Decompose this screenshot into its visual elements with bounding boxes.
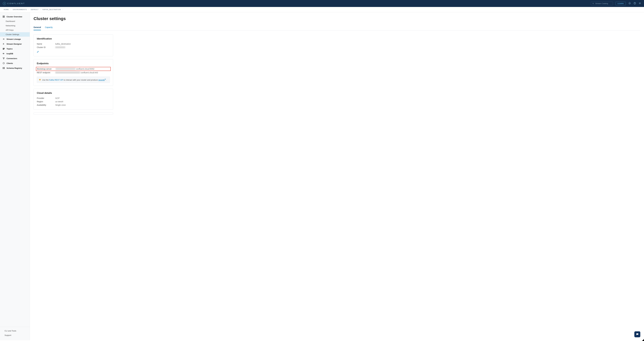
field-label: Region: [37, 100, 55, 103]
card-heading: Endpoints: [37, 62, 110, 65]
sidebar-sub-apikeys[interactable]: API Keys: [0, 28, 30, 32]
field-label: Bootstrap server: [37, 68, 56, 70]
field-rest-endpoint: REST endpoint confluent.cloud:443: [37, 71, 110, 74]
tabs: General Capacity: [34, 26, 640, 30]
field-bootstrap-server: Bootstrap server confluent.cloud:9092: [36, 67, 111, 71]
bell-icon[interactable]: [628, 2, 631, 5]
svg-point-16: [4, 59, 4, 59]
designer-icon: [2, 43, 5, 45]
svg-point-0: [593, 3, 594, 4]
sidebar-item-label: Clients: [6, 62, 13, 64]
field-value: us-west4: [55, 100, 63, 103]
chevron-right-icon: ›: [40, 9, 41, 10]
resize-corner-icon[interactable]: [642, 339, 644, 341]
card-next-partial: [34, 112, 113, 114]
svg-rect-13: [3, 49, 4, 50]
breadcrumb-home[interactable]: HOME: [4, 9, 9, 10]
sidebar-item-label: Cluster Overview: [6, 16, 22, 18]
layout: Cluster Overview Dashboard Networking AP…: [0, 12, 644, 340]
page-title: Cluster settings: [34, 16, 640, 21]
sidebar-item-ksqldb[interactable]: ksqlDB: [0, 51, 30, 56]
brand[interactable]: CONFLUENT: [3, 2, 25, 5]
ksql-icon: [2, 52, 5, 55]
tab-general[interactable]: General: [34, 26, 41, 30]
rest-suffix: confluent.cloud:443: [81, 72, 98, 74]
sidebar: Cluster Overview Dashboard Networking AP…: [0, 12, 30, 340]
svg-rect-10: [4, 17, 4, 18]
field-label: Cluster ID: [37, 46, 55, 48]
learn-button[interactable]: LEARN: [616, 2, 626, 6]
sidebar-item-label: Stream Lineage: [6, 38, 21, 40]
sidebar-item-label: ksqlDB: [6, 52, 13, 55]
external-link-icon: ⧉: [105, 78, 106, 80]
search-input[interactable]: [595, 2, 611, 4]
field-name: Name kafka_destination: [37, 42, 110, 46]
topbar: CONFLUENT LEARN: [0, 0, 644, 7]
sidebar-item-label: Schema Registry: [6, 67, 22, 69]
chat-icon: [636, 333, 639, 336]
breadcrumb-environments[interactable]: ENVIRONMENTS: [13, 9, 27, 10]
help-icon[interactable]: [634, 2, 636, 5]
breadcrumb-cluster[interactable]: KAFKA_DESTINATION: [42, 9, 61, 10]
svg-rect-11: [3, 48, 4, 48]
svg-point-15: [4, 58, 4, 58]
sidebar-item-label: Stream Designer: [6, 43, 22, 45]
info-dot-icon: [39, 79, 41, 80]
grid-icon: [2, 16, 5, 18]
field-label: REST endpoint: [37, 72, 55, 74]
svg-rect-20: [3, 68, 4, 69]
chevron-right-icon: ›: [28, 9, 29, 10]
bootstrap-suffix: confluent.cloud:9092: [76, 68, 94, 70]
sidebar-item-stream-lineage[interactable]: Stream Lineage: [0, 37, 30, 42]
edit-icon[interactable]: [37, 51, 39, 53]
field-value: Single zone: [55, 104, 66, 106]
sidebar-item-stream-designer[interactable]: Stream Designer: [0, 42, 30, 46]
sidebar-sub-networking[interactable]: Networking: [0, 24, 30, 28]
sidebar-item-schema-registry[interactable]: Schema Registry: [0, 66, 30, 70]
sidebar-item-cluster-overview[interactable]: Cluster Overview: [0, 14, 30, 19]
confluent-logo-icon: [3, 2, 6, 5]
field-label: Provider: [37, 97, 55, 99]
sidebar-item-connectors[interactable]: Connectors: [0, 56, 30, 61]
schema-icon: [2, 67, 5, 69]
field-value: kafka_destination: [55, 43, 71, 45]
sidebar-item-topics[interactable]: Topics: [0, 46, 30, 51]
field-availability: Availability Single zone: [37, 103, 110, 107]
sidebar-cli-tools[interactable]: CLI and Tools: [0, 329, 30, 333]
svg-line-1: [594, 4, 594, 4]
info-box: Use the Kafka REST API to interact with …: [37, 76, 110, 83]
sidebar-sub-cluster-settings[interactable]: Cluster Settings: [0, 32, 30, 37]
card-heading: Identification: [37, 37, 110, 40]
kafka-rest-api-link[interactable]: Kafka REST API: [49, 79, 63, 81]
breadcrumb-default[interactable]: DEFAULT: [31, 9, 38, 10]
sidebar-sub-dashboard[interactable]: Dashboard: [0, 19, 30, 24]
field-region: Region us-west4: [37, 100, 110, 103]
lineage-icon: [2, 38, 5, 40]
field-label: Availability: [37, 104, 55, 106]
field-value: confluent.cloud:9092: [56, 68, 94, 70]
menu-icon[interactable]: [638, 2, 641, 5]
field-provider: Provider GCP: [37, 96, 110, 100]
main: Cluster settings General Capacity Identi…: [30, 12, 644, 340]
topics-icon: [2, 48, 5, 50]
svg-rect-8: [4, 16, 4, 16]
tab-capacity[interactable]: Capacity: [45, 26, 52, 30]
blurred-prefix: [55, 72, 80, 74]
svg-point-14: [3, 58, 4, 58]
sidebar-item-label: Topics: [6, 48, 13, 50]
chevron-right-icon: ›: [62, 9, 63, 10]
records-link[interactable]: records: [98, 79, 105, 81]
field-value-blurred: [55, 46, 65, 48]
blurred-prefix: [56, 68, 76, 70]
search-wrap[interactable]: [591, 2, 613, 6]
card-identification: Identification Name kafka_destination Cl…: [34, 34, 113, 56]
sidebar-item-clients[interactable]: Clients: [0, 61, 30, 66]
chevron-right-icon: ›: [10, 9, 11, 10]
sidebar-support[interactable]: Support: [0, 333, 30, 338]
card-heading: Cloud details: [37, 92, 110, 94]
chat-button[interactable]: [634, 331, 640, 337]
svg-marker-17: [3, 62, 4, 64]
field-clusterid: Cluster ID: [37, 46, 110, 49]
svg-rect-7: [3, 16, 4, 16]
card-cloud-details: Cloud details Provider GCP Region us-wes…: [34, 89, 113, 110]
